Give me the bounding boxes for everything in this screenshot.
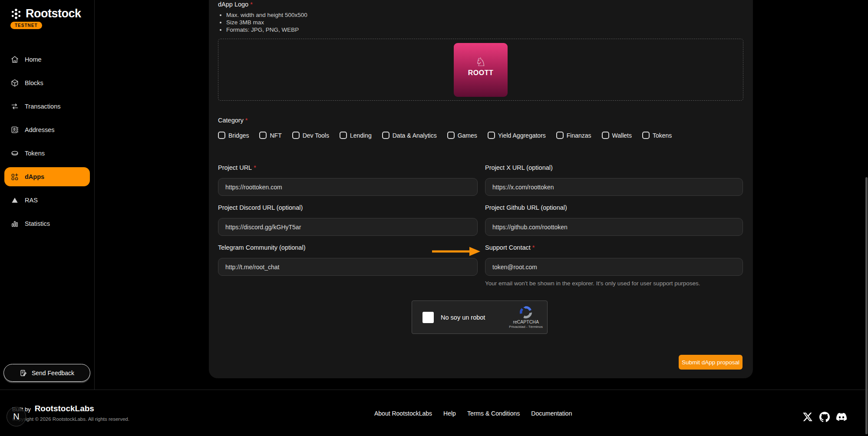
project-discord-url-input[interactable] [218,218,478,236]
discord-icon[interactable] [836,412,847,422]
category-option-lending[interactable]: Lending [340,132,372,139]
feedback-note-icon [20,369,27,377]
category-option-data-analytics[interactable]: Data & Analytics [382,132,437,139]
annotation-arrow-icon [431,247,481,256]
triangle-icon [10,196,19,205]
recaptcha-privacy-terms[interactable]: Privacidad - Términos [509,325,543,329]
sidebar-item-dapps[interactable]: dApps [4,167,90,186]
logo-upload-dropzone[interactable]: ♘ ROOTT [218,39,743,101]
category-option-label: Yield Aggregators [498,132,546,139]
scrollbar-thumb[interactable] [865,177,868,434]
project-discord-url-field: Project Discord URL (optional) [218,204,478,236]
coin-icon [10,149,19,158]
recaptcha-brand-name: reCAPTCHA [513,319,539,324]
sidebar-item-label: Home [25,56,42,63]
category-option-label: Tokens [653,132,672,139]
support-contact-label: Support Contact* [485,244,743,251]
recaptcha-brand: reCAPTCHA Privacidad - Términos [509,306,543,329]
sidebar-item-label: Tokens [25,150,45,157]
sidebar-item-tokens[interactable]: Tokens [0,142,94,165]
checkbox[interactable] [292,132,300,139]
copyright-text: Copyright © 2026 RootstockLabs. All righ… [12,416,129,422]
project-url-input[interactable] [218,178,478,196]
project-github-url-field: Project Github URL (optional) [485,204,743,236]
x-icon[interactable] [802,412,813,422]
recaptcha-checkbox-label: No soy un robot [441,314,485,321]
sidebar-item-label: Blocks [25,79,43,86]
sidebar-nav: Home Blocks Transactions Addresses Token… [0,48,94,235]
project-x-url-input[interactable] [485,178,743,196]
footer-divider [0,390,868,390]
sidebar-item-home[interactable]: Home [0,48,94,71]
logo-rule: Formats: JPG, PNG, WEBP [226,26,307,33]
category-options-row: Bridges NFT Dev Tools Lending Data & Ana… [218,132,743,139]
footer-brand-name[interactable]: RootstockLabs [35,404,94,413]
checkbox[interactable] [259,132,267,139]
sidebar-item-addresses[interactable]: Addresses [0,118,94,142]
required-asterisk: * [245,117,248,124]
submit-dapp-proposal-button[interactable]: Submit dApp proposal [679,355,743,370]
category-option-tokens[interactable]: Tokens [642,132,672,139]
footer-link-help[interactable]: Help [443,410,456,417]
checkbox[interactable] [340,132,347,139]
category-option-dev-tools[interactable]: Dev Tools [292,132,329,139]
sidebar-item-statistics[interactable]: Statistics [0,212,94,235]
logo-rule: Max. width and height 500x500 [226,11,307,19]
project-discord-url-label: Project Discord URL (optional) [218,204,478,211]
category-option-games[interactable]: Games [447,132,477,139]
knight-icon: ♘ [475,56,486,68]
id-card-icon [10,126,19,134]
checkbox[interactable] [447,132,455,139]
sidebar-item-blocks[interactable]: Blocks [0,71,94,95]
project-github-url-label: Project Github URL (optional) [485,204,743,211]
category-option-finanzas[interactable]: Finanzas [556,132,591,139]
category-option-label: NFT [270,132,281,139]
checkbox[interactable] [642,132,650,139]
footer-links: About RootstockLabs Help Terms & Conditi… [374,410,572,417]
rootstock-logo[interactable]: Rootstock [10,7,81,20]
project-url-field: Project URL* [218,164,478,196]
sidebar-item-transactions[interactable]: Transactions [0,95,94,118]
github-icon[interactable] [819,412,830,422]
project-x-url-label: Project X URL (optional) [485,164,743,171]
support-contact-field: Support Contact* Your email won't be sho… [485,244,743,287]
telegram-community-input[interactable] [218,258,478,276]
sidebar-item-ras[interactable]: RAS [0,188,94,212]
category-option-label: Finanzas [567,132,591,139]
dapp-form-panel: dApp Logo* Max. width and height 500x500… [209,0,753,378]
testnet-badge: TESTNET [10,22,42,29]
recaptcha-icon [519,306,532,319]
project-github-url-input[interactable] [485,218,743,236]
checkbox[interactable] [218,132,225,139]
footer-link-terms[interactable]: Terms & Conditions [467,410,520,417]
checkbox[interactable] [602,132,609,139]
category-option-label: Lending [350,132,372,139]
checkbox[interactable] [488,132,495,139]
swap-arrows-icon [10,102,19,111]
cube-icon [10,79,19,87]
category-option-label: Dev Tools [303,132,329,139]
category-option-label: Data & Analytics [393,132,437,139]
sidebar-item-label: Statistics [25,220,50,227]
checkbox[interactable] [382,132,389,139]
category-option-bridges[interactable]: Bridges [218,132,249,139]
sidebar-item-label: Addresses [25,126,55,133]
recaptcha-checkbox[interactable] [422,312,434,323]
logo-preview-name: ROOTT [468,69,494,77]
support-contact-input[interactable] [485,258,743,276]
logo-preview-tile: ♘ ROOTT [454,43,508,97]
sidebar: Rootstock TESTNET Home Blocks Transactio… [0,0,94,390]
home-icon [10,55,19,64]
category-option-nft[interactable]: NFT [259,132,281,139]
overlay-n-bubble[interactable]: N [7,407,26,426]
required-asterisk: * [254,164,256,171]
footer-link-documentation[interactable]: Documentation [531,410,572,417]
dapp-logo-label: dApp Logo* [218,1,253,8]
sidebar-item-label: RAS [25,197,38,204]
category-option-wallets[interactable]: Wallets [602,132,632,139]
send-feedback-button[interactable]: Send Feedback [3,364,90,382]
footer-brand-block: Built by RootstockLabs Copyright © 2026 … [12,404,129,422]
category-option-yield-aggregators[interactable]: Yield Aggregators [488,132,546,139]
checkbox[interactable] [556,132,564,139]
footer-link-about[interactable]: About RootstockLabs [374,410,432,417]
